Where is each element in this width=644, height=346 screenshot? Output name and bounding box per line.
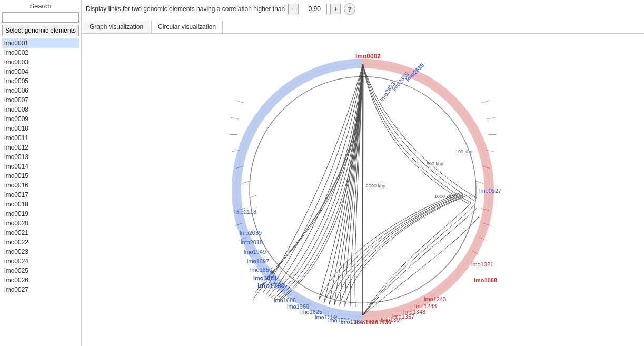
svg-text:lmo1348: lmo1348 (403, 309, 425, 315)
svg-text:lmo2118: lmo2118 (234, 209, 256, 215)
gene-list-item[interactable]: lmo0006 (2, 86, 79, 95)
svg-text:lmo2039: lmo2039 (240, 230, 262, 236)
gene-list-item[interactable]: lmo0016 (2, 181, 79, 190)
tab-circular[interactable]: Circular visualization (151, 21, 223, 33)
svg-text:lmo1243: lmo1243 (424, 296, 446, 302)
gene-list-item[interactable]: lmo0014 (2, 162, 79, 171)
gene-list-item[interactable]: lmo0001 (2, 38, 79, 48)
gene-list-item[interactable]: lmo0017 (2, 190, 79, 200)
visualization-area: 2000 kbp 1000 kbp 500 kbp 100 kbp (82, 34, 644, 346)
correlation-value-input[interactable] (302, 4, 327, 14)
gene-list-item[interactable]: lmo0027 (2, 285, 79, 294)
gene-list-item[interactable]: lmo0015 (2, 171, 79, 181)
tabs: Graph visualization Circular visualizati… (82, 18, 644, 34)
toolbar: Display links for two genomic elements h… (82, 0, 644, 18)
svg-text:lmo1686: lmo1686 (274, 297, 296, 303)
gene-list-item[interactable]: lmo0022 (2, 238, 79, 247)
svg-text:lmo2018: lmo2018 (241, 239, 263, 245)
svg-text:lmo1850: lmo1850 (250, 266, 272, 273)
gene-list-item[interactable]: lmo0004 (2, 67, 79, 76)
svg-line-12 (236, 101, 244, 103)
gene-list-item[interactable]: lmo0025 (2, 266, 79, 275)
svg-line-13 (231, 118, 239, 119)
svg-text:lmo1248: lmo1248 (414, 303, 437, 309)
svg-text:lmo1780: lmo1780 (257, 282, 285, 290)
gene-list-item[interactable]: lmo0005 (2, 76, 79, 86)
svg-text:lmo1068: lmo1068 (474, 277, 497, 283)
svg-line-1 (482, 101, 490, 103)
svg-line-17 (242, 181, 250, 184)
gene-list-item[interactable]: lmo0012 (2, 143, 79, 152)
gene-list-item[interactable]: lmo0021 (2, 228, 79, 238)
svg-text:100 kbp: 100 kbp (455, 149, 472, 154)
gene-list-item[interactable]: lmo0011 (2, 133, 79, 143)
gene-list-item[interactable]: lmo0018 (2, 200, 79, 209)
gene-list-item[interactable]: lmo0007 (2, 95, 79, 105)
gene-list-item[interactable]: lmo0008 (2, 105, 79, 114)
sidebar-title: Search (2, 2, 79, 10)
svg-text:lmo1897: lmo1897 (247, 258, 269, 264)
svg-text:lmo1949: lmo1949 (244, 249, 266, 255)
main-panel: Display links for two genomic elements h… (82, 0, 644, 346)
tab-graph[interactable]: Graph visualization (83, 21, 150, 33)
gene-list-item[interactable]: lmo0024 (2, 256, 79, 266)
gene-list: lmo0001lmo0002lmo0003lmo0004lmo0005lmo00… (2, 38, 79, 344)
gene-list-item[interactable]: lmo0020 (2, 219, 79, 228)
svg-line-6 (475, 181, 483, 184)
gene-list-item[interactable]: lmo0010 (2, 124, 79, 133)
sidebar: Search Select genomic elements lmo0001lm… (0, 0, 82, 346)
gene-list-item[interactable]: lmo0023 (2, 247, 79, 256)
svg-text:2000 kbp: 2000 kbp (366, 183, 385, 189)
increase-correlation-button[interactable]: + (330, 4, 341, 14)
toolbar-label: Display links for two genomic elements h… (86, 5, 285, 13)
help-button[interactable]: ? (344, 3, 355, 15)
svg-line-2 (487, 118, 495, 119)
circular-visualization: 2000 kbp 1000 kbp 500 kbp 100 kbp (82, 34, 644, 346)
decrease-correlation-button[interactable]: − (288, 4, 299, 14)
svg-text:lmo0002: lmo0002 (355, 53, 381, 60)
svg-text:500 kbp: 500 kbp (427, 161, 443, 166)
gene-list-item[interactable]: lmo0026 (2, 275, 79, 285)
gene-list-item[interactable]: lmo0019 (2, 209, 79, 219)
gene-list-item[interactable]: lmo0003 (2, 57, 79, 67)
svg-text:lmo2833: lmo2833 (379, 81, 397, 102)
search-input[interactable] (2, 12, 79, 23)
gene-list-item[interactable]: lmo0002 (2, 48, 79, 57)
svg-text:lmo0927: lmo0927 (479, 187, 501, 194)
svg-text:lmo1021: lmo1021 (471, 261, 493, 268)
svg-text:lmo1818: lmo1818 (253, 275, 276, 281)
gene-list-item[interactable]: lmo0013 (2, 152, 79, 162)
gene-list-item[interactable]: lmo0009 (2, 114, 79, 124)
select-genomic-elements-button[interactable]: Select genomic elements (2, 25, 79, 36)
